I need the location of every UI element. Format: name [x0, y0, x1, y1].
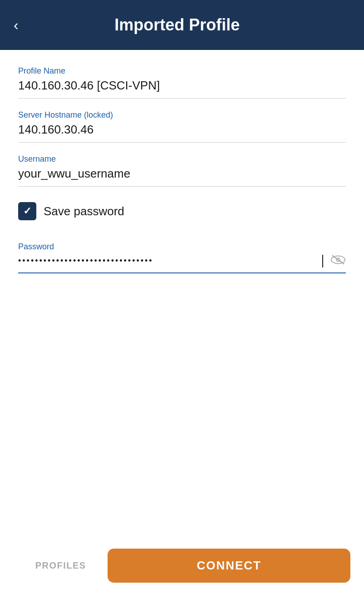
footer: PROFILES CONNECT — [0, 527, 364, 604]
password-label: Password — [18, 235, 346, 252]
server-hostname-label: Server Hostname (locked) — [18, 103, 346, 120]
server-hostname-value: 140.160.30.46 — [18, 123, 346, 143]
toggle-password-icon[interactable] — [330, 254, 346, 268]
text-cursor — [322, 255, 323, 267]
profiles-button[interactable]: PROFILES — [14, 560, 108, 571]
eye-hidden-icon — [330, 254, 346, 265]
profile-name-value[interactable]: 140.160.30.46 [CSCI-VPN] — [18, 79, 346, 99]
profile-name-label: Profile Name — [18, 59, 346, 76]
username-value[interactable]: your_wwu_username — [18, 167, 346, 187]
app-container: ‹ Imported Profile Profile Name 140.160.… — [0, 0, 364, 604]
content-area: Profile Name 140.160.30.46 [CSCI-VPN] Se… — [0, 50, 364, 527]
password-dots: •••••••••••••••••••••••••••••••• — [18, 255, 321, 267]
save-password-checkbox[interactable]: ✓ — [18, 202, 36, 220]
profile-name-group: Profile Name 140.160.30.46 [CSCI-VPN] — [18, 59, 346, 99]
username-label: Username — [18, 147, 346, 164]
password-group: Password •••••••••••••••••••••••••••••••… — [18, 235, 346, 273]
password-input-row: •••••••••••••••••••••••••••••••• — [18, 254, 346, 273]
back-button[interactable]: ‹ — [14, 18, 19, 32]
page-title: Imported Profile — [28, 15, 327, 35]
save-password-label: Save password — [44, 204, 124, 218]
connect-button[interactable]: CONNECT — [108, 549, 350, 583]
header: ‹ Imported Profile — [0, 0, 364, 50]
checkmark-icon: ✓ — [23, 205, 31, 217]
server-hostname-group: Server Hostname (locked) 140.160.30.46 — [18, 103, 346, 143]
save-password-row: ✓ Save password — [18, 191, 346, 231]
username-group: Username your_wwu_username — [18, 147, 346, 187]
